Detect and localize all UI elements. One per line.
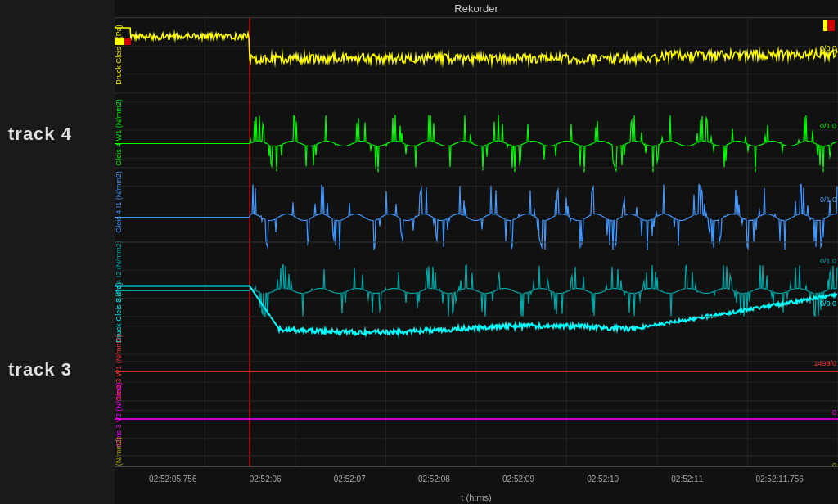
x-tick-2: 02:52:07	[334, 475, 366, 484]
chart-title: Rekorder	[115, 0, 838, 18]
x-tick-7: 02:52:11.756	[755, 475, 803, 484]
x-tick-4: 02:52:09	[502, 475, 534, 484]
x-tick-0: 02:52:05.756	[149, 475, 196, 484]
chart-canvas-wrapper	[115, 18, 838, 466]
x-axis-bar: 02:52:05.756 02:52:06 02:52:07 02:52:08 …	[115, 466, 838, 491]
chart-area: Rekorder 02:52:05.756 02:52:06 02:52:07 …	[115, 0, 838, 504]
x-tick-5: 02:52:10	[587, 475, 619, 484]
x-tick-6: 02:52:11	[671, 475, 703, 484]
track3-label: track 3	[8, 359, 106, 380]
x-tick-1: 02:52:06	[250, 475, 282, 484]
x-axis-label: t (h:ms)	[115, 491, 838, 504]
main-chart	[115, 18, 838, 466]
track4-label: track 4	[8, 124, 106, 145]
main-container: track 4 track 3 Rekorder 02:52:05.756 02…	[0, 0, 838, 504]
left-labels: track 4 track 3	[0, 0, 115, 504]
x-tick-3: 02:52:08	[418, 475, 450, 484]
